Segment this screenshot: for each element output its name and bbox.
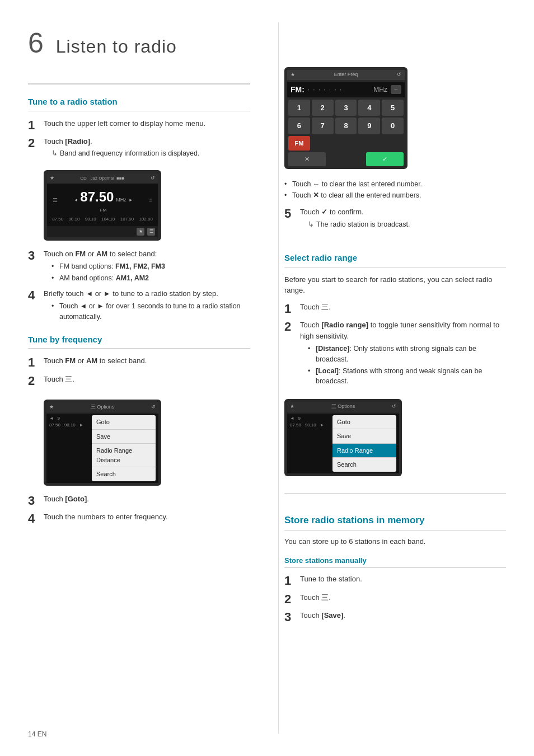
range-step-2-bullets: [Distance]: Only stations with strong si… [308,344,506,387]
device1-back-icon: ↺ [151,175,155,182]
d3-option-save: Save [332,429,396,444]
freq-step-3-text: Touch [Goto]. [44,494,250,505]
keypad-backspace[interactable]: ← [391,85,401,94]
device2-freq-display: ◄ 9 87.50 90.10 ► [49,415,88,429]
step-1: 1 Touch the upper left corner to display… [28,118,250,133]
radio-range-steps: 1 Touch 三. 2 Touch [Radio range] to togg… [284,302,506,388]
device-mockup-2: ★ 三 Options ↺ ◄ 9 87.50 90.10 ► [44,400,161,486]
keypad-back-icon: ↺ [397,71,401,79]
tune-radio-steps: 1 Touch the upper left corner to display… [28,118,250,159]
chapter-number: 6 [28,22,44,64]
range-step-2-text: Touch [Radio range] to toggle tuner sens… [300,320,506,341]
key-1[interactable]: 1 [288,100,310,116]
d3-option-search: Search [332,458,396,472]
tune-radio-steps-2: 3 Touch on FM or AM to select band: FM b… [28,248,250,323]
store-step-3-text: Touch [Save]. [300,610,506,621]
freq-step-1-text: Touch FM or AM to select band. [44,355,250,367]
key-3[interactable]: 3 [335,100,357,116]
store-step-1: 1 Tune to the station. [284,574,506,588]
key-2[interactable]: 2 [312,100,334,116]
step-4-bullets: Touch ◄ or ► for over 1 seconds to tune … [51,301,250,322]
range-step-1-text: Touch 三. [300,302,506,313]
key-6[interactable]: 6 [288,118,310,134]
d3-option-radio-range: Radio Range [332,444,396,458]
step-3-bullet-2: AM band options: AM1, AM2 [51,273,250,284]
device1-station-bar: 87.5090.1098.10104.10107.90102.90 [50,215,154,224]
key-fm[interactable]: FM [288,136,310,151]
freq-step-3: 3 Touch [Goto]. [28,494,250,508]
keypad-input-dots: · · · · · · · [308,86,373,94]
step-3-text: Touch on FM or AM to select band: [44,248,250,260]
d3-option-goto: Goto [332,415,396,430]
device1-unit: MHz [116,196,127,204]
device1-arrow-right: ► [129,197,133,204]
section-store-heading: Store radio stations in memory [284,513,506,531]
step-3-bullets: FM band options: FM1, FM2, FM3 AM band o… [51,261,250,284]
keypad-title: Enter Freq [334,71,358,79]
device3-options-menu: Goto Save Radio Range Search [332,415,396,472]
key-4[interactable]: 4 [358,100,380,116]
device1-center-text: CD Jaz Optimal ■■■ [80,175,124,182]
tune-freq-steps-2: 3 Touch [Goto]. 4 Touch the numbers to e… [28,494,250,527]
keypad-band-label: FM: [291,84,305,96]
keypad-number-grid: 1 2 3 4 5 6 7 8 9 0 FM [287,100,405,151]
freq-step-2: 2 Touch 三. [28,374,250,388]
key-9[interactable]: 9 [358,118,380,134]
keypad-mockup: ★ Enter Freq ↺ FM: · · · · · · · MHz ← 1… [284,67,407,169]
keypad-note-1: Touch ← to clear the last entered number… [284,179,506,190]
option-save: Save [92,430,156,444]
key-confirm[interactable]: ✓ [366,152,404,166]
chapter-title: Listen to radio [56,33,177,60]
device1-star-icon: ★ [137,228,144,236]
sub-section-store-manually: Store stations manually [284,555,506,569]
freq-step-4-text: Touch the numbers to enter frequency. [44,511,250,523]
keypad-mhz-label: MHz [373,84,387,95]
tune-freq-steps: 1 Touch FM or AM to select band. 2 Touch… [28,355,250,388]
section-radio-range-heading: Select radio range [284,252,506,267]
step-2-text: Touch [Radio]. [44,136,250,147]
freq-step-2-text: Touch 三. [44,374,250,385]
chapter-title-area: 6 Listen to radio Tune to a radio statio… [28,22,250,527]
step-4-bullet-1: Touch ◄ or ► for over 1 seconds to tune … [51,301,250,322]
step-5-text: Touch ✓ to confirm. [300,206,506,218]
page-footer: 14 EN [28,729,46,739]
step-2-sub: Band and frequency information is displa… [51,148,250,159]
key-7[interactable]: 7 [312,118,334,134]
radio-range-intro: Before you start to search for radio sta… [284,274,506,296]
key-5[interactable]: 5 [382,100,404,116]
step-3-bullet-1: FM band options: FM1, FM2, FM3 [51,261,250,272]
freq-step-1: 1 Touch FM or AM to select band. [28,355,250,370]
device1-list-icon: ≡ [149,196,152,204]
step-4: 4 Briefly touch ◄ or ► to tune to a radi… [28,288,250,323]
store-intro: You can store up to 6 stations in each b… [284,536,506,547]
step-5-sub: The radio station is broadcast. [308,219,506,230]
keypad-freq-row: FM: · · · · · · · MHz ← [287,82,405,97]
store-manually-steps: 1 Tune to the station. 2 Touch 三. 3 Touc… [284,574,506,624]
step-5: 5 Touch ✓ to confirm. The radio station … [284,206,506,229]
store-step-3: 3 Touch [Save]. [284,610,506,624]
keypad-bottom-row: ✕ ✓ [287,151,405,166]
range-step-1: 1 Touch 三. [284,302,506,316]
device2-home-icon: ★ [49,403,54,411]
step-4-text: Briefly touch ◄ or ► to tune to a radio … [44,288,250,299]
device3-back-icon: ↺ [392,403,396,411]
key-8[interactable]: 8 [335,118,357,134]
device1-menu-icon: ☰ [53,196,58,204]
store-step-2: 2 Touch 三. [284,592,506,607]
device-mockup-3: ★ 三 Options ↺ ◄ 9 87.50 90.10 ► Goto Sav… [284,399,402,476]
key-clear[interactable]: ✕ [288,152,326,166]
range-bullet-local: [Local]: Stations with strong and weak s… [308,366,506,387]
section-tune-radio-heading: Tune to a radio station [28,96,250,111]
key-0[interactable]: 0 [382,118,404,134]
device3-home-icon: ★ [290,403,294,411]
option-search: Search [92,467,156,481]
device3-menu-title: 三 Options [331,403,355,411]
step-3: 3 Touch on FM or AM to select band: FM b… [28,248,250,285]
device2-back-icon: ↺ [151,403,156,411]
range-bullet-distance: [Distance]: Only stations with strong si… [308,344,506,365]
step-2: 2 Touch [Radio]. Band and frequency info… [28,136,250,159]
left-column: 6 Listen to radio Tune to a radio statio… [28,22,256,734]
keypad-note-2: Touch ✕ to clear all the entered numbers… [284,190,506,201]
device1-menu-btn: ☰ [147,228,155,236]
device3-freq-display: ◄ 9 87.50 90.10 ► [290,415,329,429]
